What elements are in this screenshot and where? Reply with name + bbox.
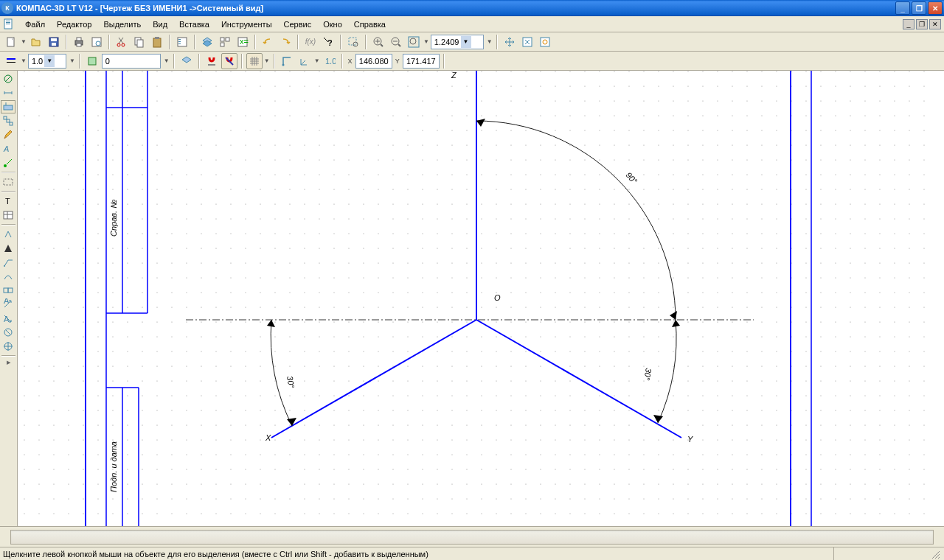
pan-button[interactable] <box>502 34 518 50</box>
preview-button[interactable] <box>88 34 105 50</box>
base-tool[interactable] <box>1 242 15 255</box>
standard-toolbar: ▼ x= f(x) ? ▼ 1.2409 ▼ ▼ <box>0 32 944 52</box>
snap-settings-button[interactable] <box>221 53 237 69</box>
leader-tool[interactable] <box>1 256 15 269</box>
mdi-restore-button[interactable]: ❐ <box>916 19 928 29</box>
redo-button[interactable] <box>277 34 294 50</box>
zoom-dropdown-icon[interactable]: ▼ <box>423 38 429 45</box>
round-button[interactable]: 1.0 <box>322 53 338 69</box>
y-axis-label: Y <box>687 435 693 444</box>
svg-rect-6 <box>51 38 57 41</box>
properties-button[interactable] <box>174 34 190 50</box>
close-button[interactable]: ✕ <box>928 1 943 15</box>
svg-text:T: T <box>5 197 10 206</box>
scale-combo[interactable]: 1.0 ▼ <box>28 54 66 69</box>
help-context-button[interactable]: ? <box>320 34 336 50</box>
param-tool[interactable]: A <box>1 142 15 155</box>
svg-point-42 <box>282 63 284 66</box>
zoom-combo[interactable]: 1.2409 ▼ <box>431 35 484 49</box>
document-icon <box>3 18 15 30</box>
tolerance-tool[interactable] <box>1 284 15 297</box>
section-tool[interactable] <box>1 326 15 339</box>
views-button[interactable] <box>217 34 233 50</box>
cut-button[interactable] <box>114 34 130 50</box>
svg-point-50 <box>4 164 7 167</box>
svg-rect-41 <box>208 64 215 66</box>
table-tool[interactable] <box>1 209 15 222</box>
variables-button[interactable]: x= <box>235 34 251 50</box>
open-button[interactable] <box>28 34 44 50</box>
zoom-window-button[interactable] <box>345 34 361 50</box>
geometry-tool[interactable] <box>1 72 15 85</box>
resize-grip-icon[interactable] <box>929 548 941 560</box>
menu-tools[interactable]: Инструменты <box>215 18 278 30</box>
measure-tool[interactable] <box>1 156 15 169</box>
layers-button[interactable] <box>199 34 215 50</box>
menu-editor[interactable]: Редактор <box>51 18 97 30</box>
copy-button[interactable] <box>131 34 148 50</box>
scale-arrow-icon[interactable]: ▼ <box>69 57 75 64</box>
menu-help[interactable]: Справка <box>348 18 392 30</box>
construction-tool[interactable] <box>1 114 15 127</box>
undo-button[interactable] <box>260 34 276 50</box>
refresh-button[interactable] <box>519 34 535 50</box>
menu-insert[interactable]: Вставка <box>173 18 215 30</box>
zoom-out-button[interactable] <box>388 34 404 50</box>
select-tool[interactable] <box>1 175 15 189</box>
mdi-minimize-button[interactable]: _ <box>903 19 914 29</box>
curve-tool[interactable] <box>1 270 15 283</box>
paste-button[interactable] <box>149 34 165 50</box>
toolbox-expand-icon[interactable]: ▸ <box>1 359 16 365</box>
rebuild-button[interactable] <box>537 34 553 50</box>
style-dropdown-icon[interactable]: ▼ <box>21 57 27 64</box>
workspace: A T A A ▸ <box>0 71 944 526</box>
minimize-button[interactable]: _ <box>895 1 910 15</box>
svg-rect-48 <box>10 122 13 125</box>
grid-button[interactable] <box>246 53 263 69</box>
x-input[interactable] <box>355 54 392 69</box>
new-dropdown-icon[interactable]: ▼ <box>21 38 27 45</box>
svg-point-14 <box>122 43 125 46</box>
menu-file[interactable]: Файл <box>19 18 51 30</box>
new-button[interactable] <box>3 34 19 50</box>
y-input[interactable] <box>403 54 440 69</box>
text-tool[interactable]: T <box>1 195 15 208</box>
function-button[interactable]: f(x) <box>302 34 319 50</box>
view-number-input[interactable] <box>102 54 161 69</box>
view-dropdown-icon[interactable]: ▼ <box>164 57 170 64</box>
restore-button[interactable]: ❐ <box>912 1 926 15</box>
zoom-fit-button[interactable] <box>406 34 422 50</box>
dimension-tool[interactable] <box>1 86 15 99</box>
zoom-arrow-icon[interactable]: ▼ <box>487 38 493 45</box>
local-cs-button[interactable] <box>296 53 313 69</box>
ortho-button[interactable] <box>279 53 295 69</box>
zoom-in-button[interactable] <box>370 34 386 50</box>
style-button[interactable] <box>3 53 19 69</box>
menu-select[interactable]: Выделить <box>97 18 147 30</box>
mdi-close-button[interactable]: ✕ <box>929 19 941 29</box>
statusbar: Щелкните левой кнопкой мыши на объекте д… <box>0 547 944 560</box>
rough-tool[interactable] <box>1 228 15 241</box>
menu-service[interactable]: Сервис <box>278 18 318 30</box>
drawing-canvas[interactable]: Справ. № Подп. и дата О Z X Y 90° <box>18 71 944 526</box>
svg-rect-47 <box>7 119 10 122</box>
layer-button[interactable] <box>178 53 195 69</box>
edit-tool[interactable] <box>1 128 15 141</box>
x-axis-label: X <box>265 433 271 442</box>
svg-text:?: ? <box>327 38 333 47</box>
arrow-tool[interactable]: A <box>1 298 15 311</box>
view-arrow-tool[interactable]: A <box>1 312 15 325</box>
print-button[interactable] <box>71 34 87 50</box>
notation-tool[interactable] <box>1 100 15 113</box>
menu-window[interactable]: Окно <box>317 18 348 30</box>
grid-dropdown-icon[interactable]: ▼ <box>264 57 270 64</box>
svg-rect-39 <box>7 62 15 63</box>
center-tool[interactable] <box>1 340 15 353</box>
cs-dropdown-icon[interactable]: ▼ <box>314 57 320 64</box>
svg-rect-3 <box>6 24 10 24</box>
view-state-button[interactable] <box>84 53 100 69</box>
command-input[interactable] <box>10 530 934 545</box>
save-button[interactable] <box>46 34 62 50</box>
snap-toggle-button[interactable] <box>204 53 220 69</box>
menu-view[interactable]: Вид <box>147 18 173 30</box>
